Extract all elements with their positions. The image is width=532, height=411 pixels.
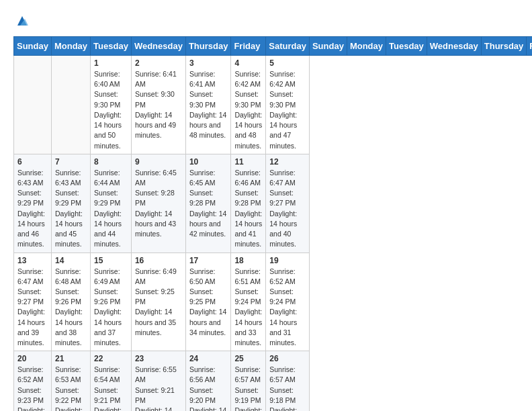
cell-info: Sunrise: 6:57 AMSunset: 9:18 PMDaylight:… [269,365,306,411]
day-number: 9 [135,157,182,167]
day-number: 16 [135,256,182,265]
col-header-saturday: Saturday [266,37,310,56]
day-number: 3 [189,58,228,68]
week-row-3: 13Sunrise: 6:47 AMSunset: 9:27 PMDayligh… [14,253,533,351]
day-number: 6 [17,157,48,167]
calendar-cell: 15Sunrise: 6:49 AMSunset: 9:26 PMDayligh… [91,253,132,351]
day-number: 17 [189,256,228,265]
day-number: 22 [94,354,128,363]
cell-info: Sunrise: 6:42 AMSunset: 9:30 PMDaylight:… [234,69,262,151]
calendar-cell: 26Sunrise: 6:57 AMSunset: 9:18 PMDayligh… [266,351,310,411]
col-header-sunday: Sunday [14,37,52,56]
col-header-friday: Friday [527,37,532,56]
calendar-cell: 2Sunrise: 6:41 AMSunset: 9:30 PMDaylight… [131,56,185,154]
cell-info: Sunrise: 6:40 AMSunset: 9:30 PMDaylight:… [94,69,128,151]
cell-info: Sunrise: 6:47 AMSunset: 9:27 PMDaylight:… [269,168,306,250]
cell-info: Sunrise: 6:47 AMSunset: 9:27 PMDaylight:… [17,267,48,349]
calendar-cell: 7Sunrise: 6:43 AMSunset: 9:29 PMDaylight… [51,154,90,253]
logo [13,13,30,30]
col-header-wednesday: Wednesday [131,37,185,56]
col-header-friday: Friday [231,37,266,56]
day-number: 21 [55,354,87,363]
col-header-tuesday: Tuesday [91,37,132,56]
cell-info: Sunrise: 6:54 AMSunset: 9:21 PMDaylight:… [94,365,128,411]
calendar-table: SundayMondayTuesdayWednesdayThursdayFrid… [13,36,532,411]
cell-info: Sunrise: 6:49 AMSunset: 9:26 PMDaylight:… [94,267,128,349]
day-number: 12 [269,157,306,167]
week-row-1: 1Sunrise: 6:40 AMSunset: 9:30 PMDaylight… [14,56,533,154]
day-number: 26 [269,354,306,363]
calendar-cell: 25Sunrise: 6:57 AMSunset: 9:19 PMDayligh… [231,351,266,411]
day-number: 14 [55,256,87,265]
calendar-cell: 5Sunrise: 6:42 AMSunset: 9:30 PMDaylight… [266,56,310,154]
calendar-cell: 6Sunrise: 6:43 AMSunset: 9:29 PMDaylight… [14,154,52,253]
day-number: 2 [135,58,182,68]
cell-info: Sunrise: 6:49 AMSunset: 9:25 PMDaylight:… [135,267,182,338]
day-number: 15 [94,256,128,265]
header-row: SundayMondayTuesdayWednesdayThursdayFrid… [14,37,533,56]
cell-info: Sunrise: 6:57 AMSunset: 9:19 PMDaylight:… [234,365,262,411]
calendar-cell: 10Sunrise: 6:45 AMSunset: 9:28 PMDayligh… [185,154,231,253]
col-header-monday: Monday [347,37,386,56]
calendar-cell: 24Sunrise: 6:56 AMSunset: 9:20 PMDayligh… [185,351,231,411]
calendar-cell: 18Sunrise: 6:51 AMSunset: 9:24 PMDayligh… [231,253,266,351]
cell-info: Sunrise: 6:48 AMSunset: 9:26 PMDaylight:… [55,267,87,349]
day-number: 23 [135,354,182,363]
calendar-cell: 19Sunrise: 6:52 AMSunset: 9:24 PMDayligh… [266,253,310,351]
cell-info: Sunrise: 6:55 AMSunset: 9:21 PMDaylight:… [135,365,182,411]
calendar-cell: 23Sunrise: 6:55 AMSunset: 9:21 PMDayligh… [131,351,185,411]
day-number: 10 [189,157,228,167]
calendar-cell: 9Sunrise: 6:45 AMSunset: 9:28 PMDaylight… [131,154,185,253]
cell-info: Sunrise: 6:42 AMSunset: 9:30 PMDaylight:… [269,69,306,151]
calendar-cell [51,56,90,154]
cell-info: Sunrise: 6:51 AMSunset: 9:24 PMDaylight:… [234,267,262,349]
day-number: 25 [234,354,262,363]
col-header-sunday: Sunday [309,37,347,56]
day-number: 7 [55,157,87,167]
calendar-cell: 11Sunrise: 6:46 AMSunset: 9:28 PMDayligh… [231,154,266,253]
calendar-cell: 21Sunrise: 6:53 AMSunset: 9:22 PMDayligh… [51,351,90,411]
cell-info: Sunrise: 6:45 AMSunset: 9:28 PMDaylight:… [135,168,182,240]
col-header-monday: Monday [51,37,90,56]
day-number: 19 [269,256,306,265]
cell-info: Sunrise: 6:52 AMSunset: 9:24 PMDaylight:… [269,267,306,349]
day-number: 5 [269,58,306,68]
calendar-cell: 3Sunrise: 6:41 AMSunset: 9:30 PMDaylight… [185,56,231,154]
cell-info: Sunrise: 6:53 AMSunset: 9:22 PMDaylight:… [55,365,87,411]
calendar-cell: 1Sunrise: 6:40 AMSunset: 9:30 PMDaylight… [91,56,132,154]
page-header [13,13,519,30]
calendar-cell: 4Sunrise: 6:42 AMSunset: 9:30 PMDaylight… [231,56,266,154]
day-number: 4 [234,58,262,68]
cell-info: Sunrise: 6:50 AMSunset: 9:25 PMDaylight:… [189,267,228,338]
col-header-tuesday: Tuesday [386,37,427,56]
day-number: 13 [17,256,48,265]
cell-info: Sunrise: 6:56 AMSunset: 9:20 PMDaylight:… [189,365,228,411]
cell-info: Sunrise: 6:44 AMSunset: 9:29 PMDaylight:… [94,168,128,250]
calendar-cell: 13Sunrise: 6:47 AMSunset: 9:27 PMDayligh… [14,253,52,351]
week-row-4: 20Sunrise: 6:52 AMSunset: 9:23 PMDayligh… [14,351,533,411]
calendar-cell: 20Sunrise: 6:52 AMSunset: 9:23 PMDayligh… [14,351,52,411]
cell-info: Sunrise: 6:43 AMSunset: 9:29 PMDaylight:… [17,168,48,250]
col-header-thursday: Thursday [185,37,231,56]
cell-info: Sunrise: 6:41 AMSunset: 9:30 PMDaylight:… [135,69,182,141]
cell-info: Sunrise: 6:46 AMSunset: 9:28 PMDaylight:… [234,168,262,250]
calendar-cell [14,56,52,154]
day-number: 20 [17,354,48,363]
logo-icon [15,13,30,28]
cell-info: Sunrise: 6:43 AMSunset: 9:29 PMDaylight:… [55,168,87,250]
col-header-thursday: Thursday [481,37,527,56]
cell-info: Sunrise: 6:45 AMSunset: 9:28 PMDaylight:… [189,168,228,240]
cell-info: Sunrise: 6:52 AMSunset: 9:23 PMDaylight:… [17,365,48,411]
day-number: 1 [94,58,128,68]
calendar-cell: 8Sunrise: 6:44 AMSunset: 9:29 PMDaylight… [91,154,132,253]
day-number: 24 [189,354,228,363]
calendar-cell: 12Sunrise: 6:47 AMSunset: 9:27 PMDayligh… [266,154,310,253]
calendar-cell: 14Sunrise: 6:48 AMSunset: 9:26 PMDayligh… [51,253,90,351]
calendar-cell: 17Sunrise: 6:50 AMSunset: 9:25 PMDayligh… [185,253,231,351]
day-number: 8 [94,157,128,167]
day-number: 18 [234,256,262,265]
calendar-cell: 16Sunrise: 6:49 AMSunset: 9:25 PMDayligh… [131,253,185,351]
calendar-cell: 22Sunrise: 6:54 AMSunset: 9:21 PMDayligh… [91,351,132,411]
day-number: 11 [234,157,262,167]
week-row-2: 6Sunrise: 6:43 AMSunset: 9:29 PMDaylight… [14,154,533,253]
